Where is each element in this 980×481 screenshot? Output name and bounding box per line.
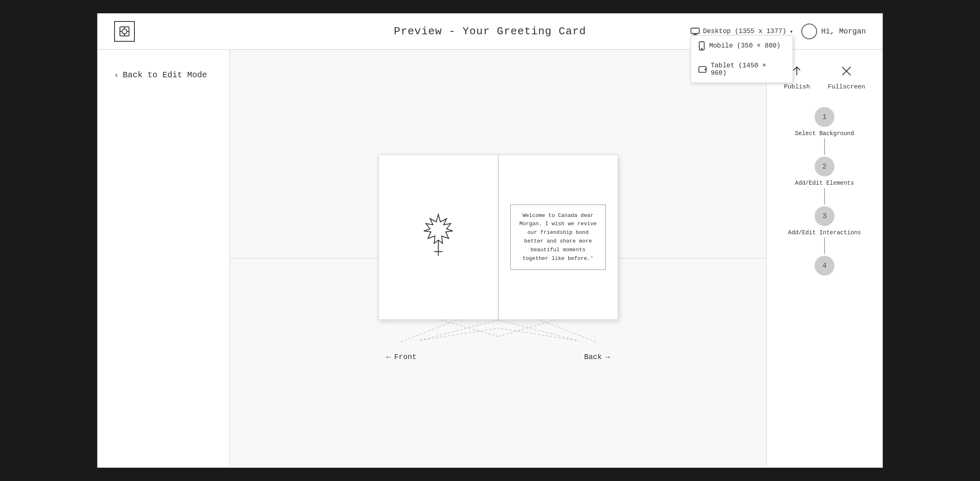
fold-shadow	[378, 320, 618, 345]
step-2-number: 2	[822, 162, 827, 171]
tablet-option[interactable]: Tablet (1450 × 960)	[691, 56, 793, 83]
card-back: Welcome to Canada dear Morgan. I wish we…	[498, 155, 618, 320]
publish-label: Publish	[784, 83, 810, 90]
fullscreen-button[interactable]: Fullscreen	[828, 62, 865, 90]
right-panel: Publish Fullscreen 1	[767, 50, 882, 466]
step-1-circle[interactable]: 1	[815, 107, 834, 127]
device-label: Desktop (1355 x 1377)	[703, 28, 786, 35]
svg-point-1	[122, 29, 127, 34]
user-area: Hi, Morgan	[801, 24, 866, 39]
step-2-circle[interactable]: 2	[815, 157, 834, 176]
back-label: Back	[584, 353, 602, 361]
user-greeting: Hi, Morgan	[821, 27, 866, 36]
canvas-area: Welcome to Canada dear Morgan. I wish we…	[230, 50, 767, 466]
card-message-text: Welcome to Canada dear Morgan. I wish we…	[519, 212, 597, 262]
tablet-icon	[698, 66, 707, 73]
tablet-label: Tablet (1450 × 960)	[711, 62, 785, 77]
mobile-label: Mobile (350 × 800)	[709, 42, 781, 50]
header: Preview - Your Greeting Card Desktop (13…	[98, 14, 882, 50]
chevron-down-icon: ▾	[790, 28, 793, 35]
left-panel: ‹ Back to Edit Mode	[98, 50, 230, 466]
step-1-label: Select Background	[795, 130, 854, 137]
monitor-icon	[691, 28, 700, 35]
device-selector-button[interactable]: Desktop (1355 x 1377) ▾	[691, 28, 793, 35]
step-4-circle[interactable]: 4	[815, 256, 834, 276]
greeting-card-wrapper: Welcome to Canada dear Morgan. I wish we…	[378, 155, 618, 361]
maple-leaf-icon	[414, 210, 463, 264]
mobile-option[interactable]: Mobile (350 × 800)	[691, 36, 793, 56]
step-3-label: Add/Edit Interactions	[788, 229, 861, 236]
device-dropdown: Mobile (350 × 800) Tablet (1450 × 960)	[691, 35, 793, 83]
back-to-edit-link[interactable]: ‹ Back to Edit Mode	[114, 70, 213, 80]
back-arrow-icon: ‹	[114, 71, 119, 79]
step-3-number: 3	[822, 212, 827, 220]
steps-container: 1 Select Background 2 Add/Edit Elements	[775, 107, 874, 276]
header-right: Desktop (1355 x 1377) ▾ Mobile (350 × 80…	[691, 24, 866, 39]
main-window: Preview - Your Greeting Card Desktop (13…	[97, 13, 883, 468]
card-message-box: Welcome to Canada dear Morgan. I wish we…	[510, 205, 605, 270]
logo-area	[114, 21, 135, 42]
back-nav[interactable]: Back →	[584, 353, 610, 361]
front-nav[interactable]: ← Front	[387, 353, 417, 361]
step-connector-2-3	[824, 188, 825, 205]
card-shadow	[378, 320, 618, 345]
svg-line-18	[498, 328, 577, 341]
step-connector-3-4	[824, 238, 825, 254]
step-1: 1 Select Background	[795, 107, 854, 137]
step-2-label: Add/Edit Elements	[795, 180, 854, 186]
step-3: 3 Add/Edit Interactions	[788, 206, 861, 236]
card-navigation: ← Front Back →	[378, 353, 618, 361]
step-1-number: 1	[822, 113, 827, 121]
step-connector-1-2	[824, 138, 825, 155]
step-2: 2 Add/Edit Elements	[795, 157, 854, 186]
greeting-card: Welcome to Canada dear Morgan. I wish we…	[378, 155, 618, 320]
mobile-icon	[698, 41, 705, 50]
fullscreen-icon	[837, 62, 856, 80]
right-arrow-icon: →	[605, 353, 610, 361]
left-arrow-icon: ←	[387, 353, 391, 361]
svg-rect-6	[691, 28, 699, 33]
back-link-label: Back to Edit Mode	[123, 70, 207, 80]
content-area: ‹ Back to Edit Mode	[98, 50, 882, 466]
page-title: Preview - Your Greeting Card	[394, 25, 586, 38]
svg-point-10	[701, 48, 702, 49]
svg-point-12	[705, 69, 706, 70]
step-3-circle[interactable]: 3	[815, 206, 834, 226]
card-front	[378, 155, 498, 320]
logo-icon	[114, 21, 135, 42]
front-label: Front	[394, 353, 416, 361]
fullscreen-label: Fullscreen	[828, 83, 865, 90]
avatar	[801, 24, 817, 39]
svg-line-17	[420, 328, 498, 341]
step-4: 4	[815, 256, 834, 276]
step-4-number: 4	[822, 262, 827, 270]
